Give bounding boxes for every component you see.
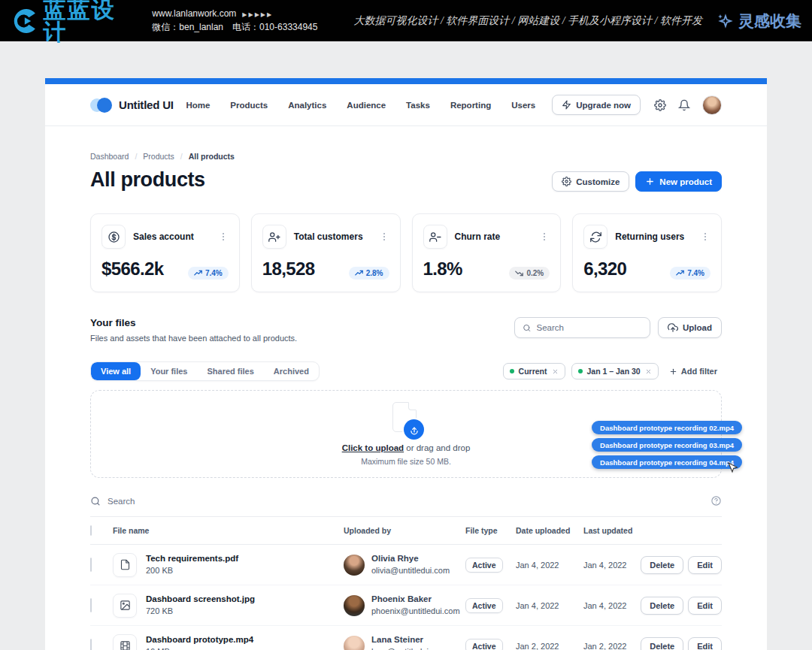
delete-button[interactable]: Delete	[641, 556, 683, 574]
search-icon	[90, 496, 101, 506]
stat-delta-badge: 0.2%	[509, 267, 550, 280]
click-to-upload-link[interactable]: Click to upload	[342, 443, 404, 452]
search-icon	[523, 323, 531, 333]
lanlan-logo-text: 蓝蓝设计	[44, 0, 139, 44]
banner-contact-line: 微信：ben_lanlan 电话：010-63334945	[152, 21, 317, 34]
file-image-icon	[113, 594, 137, 618]
trend-up-icon	[194, 270, 202, 277]
stats-row: Sales account $566.2k 7.4%	[90, 213, 722, 292]
close-icon[interactable]	[645, 368, 652, 375]
stat-card-returning-users: Returning users 6,320 7.4%	[572, 213, 722, 292]
file-size: 16 MB	[146, 646, 253, 650]
row-checkbox[interactable]	[90, 639, 92, 650]
nav-item-users[interactable]: Users	[511, 101, 535, 110]
nav-item-analytics[interactable]: Analytics	[288, 101, 326, 110]
table-row: Tech requirements.pdf 200 KB Olivia Rhye…	[90, 545, 722, 585]
edit-button[interactable]: Edit	[688, 556, 722, 574]
uploader-email: phoenix@untitledui.com	[371, 606, 460, 617]
app-top-strip	[45, 78, 767, 84]
zap-icon	[562, 100, 571, 110]
banner-arrows-icon: ▶▶▶▶▶	[242, 11, 273, 18]
close-icon[interactable]	[552, 368, 559, 375]
stat-card-total-customers: Total customers 18,528 2.8%	[251, 213, 401, 292]
upload-circle-icon	[404, 419, 424, 440]
banner-services: 大数据可视化设计 / 软件界面设计 / 网站建设 / 手机及小程序设计 / 软件…	[331, 14, 702, 28]
trend-up-icon	[355, 270, 363, 277]
file-name: Dashboard prototype.mp4	[146, 634, 253, 645]
stat-delta-badge: 2.8%	[349, 267, 389, 280]
nav-item-reporting[interactable]: Reporting	[450, 101, 491, 110]
breadcrumb: Dashboard / Products / All products	[90, 152, 722, 161]
breadcrumb-products[interactable]: Products	[143, 152, 174, 161]
untitled-ui-app: Untitled UI Home Products Analytics Audi…	[45, 78, 767, 650]
upload-button[interactable]: Upload	[658, 317, 722, 338]
dropzone-hint: Maximum file size 50 MB.	[361, 457, 451, 466]
file-chip[interactable]: Dashboard prototype recording 03.mp4	[592, 438, 742, 452]
upgrade-now-button[interactable]: Upgrade now	[552, 95, 641, 115]
row-checkbox[interactable]	[90, 558, 92, 572]
lanlan-logo: 蓝蓝设计	[11, 0, 138, 44]
row-checkbox[interactable]	[90, 598, 92, 612]
dots-vertical-icon[interactable]	[539, 231, 550, 242]
last-updated: Jan 2, 2022	[583, 642, 650, 650]
nav-item-tasks[interactable]: Tasks	[406, 101, 430, 110]
breadcrumb-all-products: All products	[189, 152, 235, 161]
promo-banner: 蓝蓝设计 www.lanlanwork.com▶▶▶▶▶ 微信：ben_lanl…	[0, 0, 812, 41]
customize-button[interactable]: Customize	[552, 171, 629, 192]
stat-value: 18,528	[262, 258, 315, 280]
avatar	[344, 636, 365, 650]
uploader-email: olivia@untitledui.com	[371, 565, 450, 576]
stat-label: Churn rate	[455, 231, 501, 242]
nav-item-audience[interactable]: Audience	[347, 101, 386, 110]
nav-items: Home Products Analytics Audience Tasks R…	[186, 101, 535, 110]
refresh-icon	[583, 225, 607, 249]
filter-chip-current[interactable]: Current	[503, 363, 565, 379]
files-search-input[interactable]	[537, 323, 643, 332]
stat-delta-badge: 7.4%	[670, 267, 710, 280]
brand[interactable]: Untitled UI	[90, 98, 174, 113]
stat-delta-badge: 7.4%	[188, 267, 229, 280]
edit-button[interactable]: Edit	[688, 637, 722, 650]
breadcrumb-dashboard[interactable]: Dashboard	[90, 152, 129, 161]
nav-item-products[interactable]: Products	[230, 101, 268, 110]
upload-cloud-icon	[668, 322, 678, 333]
table-search-input[interactable]	[108, 497, 704, 506]
delete-button[interactable]: Delete	[641, 597, 683, 615]
tab-your-files[interactable]: Your files	[141, 362, 197, 380]
dots-vertical-icon[interactable]	[379, 231, 389, 242]
help-icon[interactable]	[710, 495, 722, 506]
page-title: All products	[90, 168, 205, 192]
uploader-name: Phoenix Baker	[371, 594, 460, 605]
files-section-title: Your files	[90, 317, 297, 328]
header-date-uploaded: Date uploaded	[516, 526, 583, 535]
select-all-checkbox[interactable]	[90, 525, 92, 536]
tab-archived[interactable]: Archived	[264, 362, 319, 380]
nav-item-home[interactable]: Home	[186, 101, 210, 110]
upload-dropzone[interactable]: Click to upload or drag and drop Maximum…	[90, 390, 722, 478]
table-row: Dashboard prototype.mp4 16 MB Lana Stein…	[90, 626, 722, 650]
add-filter-button[interactable]: Add filter	[665, 364, 722, 379]
settings-icon[interactable]	[654, 99, 666, 111]
file-size: 720 KB	[146, 606, 255, 617]
avatar	[344, 595, 365, 616]
status-badge: Active	[465, 558, 503, 573]
tab-shared-files[interactable]: Shared files	[197, 362, 263, 380]
trend-down-icon	[515, 270, 523, 277]
plus-icon	[645, 177, 655, 186]
edit-button[interactable]: Edit	[688, 597, 722, 615]
tab-view-all[interactable]: View all	[91, 362, 141, 380]
dots-vertical-icon[interactable]	[218, 231, 229, 242]
header-file-name: File name	[113, 526, 149, 535]
header-file-type: File type	[465, 526, 516, 535]
uploaded-file-chips: Dashboard prototype recording 02.mp4 Das…	[592, 421, 742, 469]
user-avatar[interactable]	[702, 95, 722, 115]
delete-button[interactable]: Delete	[641, 637, 683, 650]
file-chip[interactable]: Dashboard prototype recording 04.mp4	[592, 455, 742, 469]
file-chip[interactable]: Dashboard prototype recording 02.mp4	[592, 421, 742, 434]
new-product-button[interactable]: New product	[635, 171, 722, 192]
bell-icon[interactable]	[678, 99, 690, 111]
dots-vertical-icon[interactable]	[700, 231, 710, 242]
untitled-ui-logo-icon	[90, 98, 113, 113]
filter-chip-date-range[interactable]: Jan 1 – Jan 30	[571, 363, 659, 379]
inspiration-collect[interactable]: 灵感收集	[716, 11, 801, 32]
